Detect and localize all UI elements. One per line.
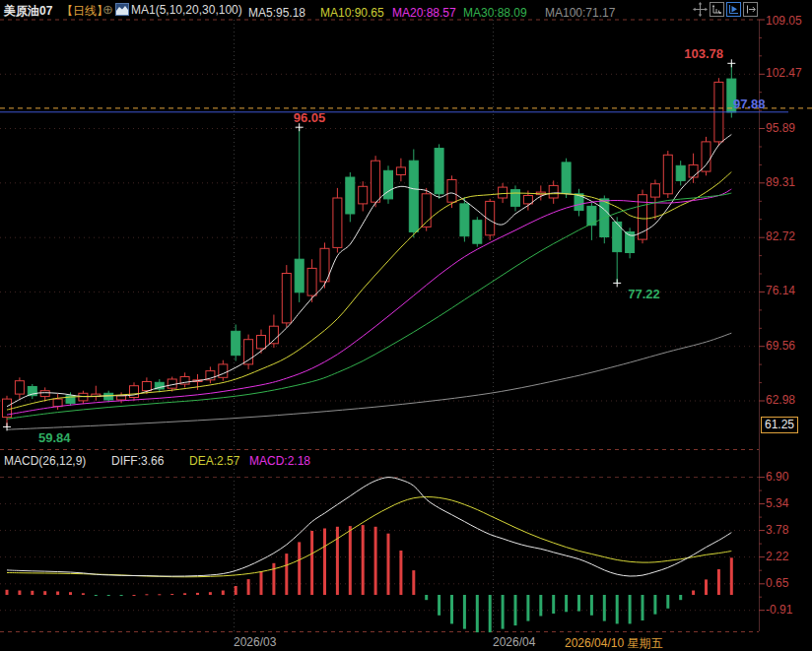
ma-value-label: MA10:90.65 bbox=[320, 6, 384, 20]
move-crosshair-icon[interactable] bbox=[693, 2, 708, 17]
high-price-marker: 103.78 bbox=[684, 46, 723, 61]
pane-toggle-icon[interactable] bbox=[743, 2, 758, 17]
macd-axis-label: 5.34 bbox=[766, 496, 788, 510]
macd-axis-label: 3.78 bbox=[766, 523, 788, 537]
price-alert-box: 61.25 bbox=[761, 417, 798, 433]
price-axis-label: 89.31 bbox=[766, 175, 795, 189]
date-label: 2026/03 bbox=[234, 635, 276, 649]
macd-title[interactable]: MACD(26,12,9) bbox=[4, 454, 86, 468]
axis-scale-icon[interactable] bbox=[710, 2, 724, 17]
play-scale-icon[interactable] bbox=[726, 2, 741, 17]
ma-value-label: MA5:95.18 bbox=[248, 6, 305, 20]
high-price-marker: 96.05 bbox=[294, 110, 326, 125]
macd-value-label: DEA:2.57 bbox=[189, 454, 239, 468]
macd-header: MACD(26,12,9) DIFF:3.66DEA:2.57MACD:2.18 bbox=[0, 454, 759, 471]
low-price-marker: 59.84 bbox=[38, 430, 71, 445]
macd-axis-label: 0.65 bbox=[766, 576, 788, 590]
date-label: 2026/04 bbox=[493, 635, 535, 649]
ma-value-label: MA100:71.17 bbox=[545, 6, 615, 20]
price-axis-label: 95.89 bbox=[766, 121, 795, 135]
macd-axis-label: 6.90 bbox=[766, 470, 788, 484]
ma-value-label: MA20:88.57 bbox=[392, 6, 456, 20]
macd-axis-label: -0.91 bbox=[766, 603, 792, 617]
add-indicator-icon[interactable]: ⊕ bbox=[102, 2, 113, 17]
price-axis-label: 102.47 bbox=[766, 66, 802, 80]
last-price-label: 97.88 bbox=[733, 97, 766, 111]
price-axis-label: 76.14 bbox=[766, 284, 795, 297]
trading-chart-app: 美原油07 【日线】 ⊕ MA1(5,10,20,30,100) MA5:95.… bbox=[0, 0, 812, 651]
ma-value-label: MA30:88.09 bbox=[463, 6, 527, 20]
period-label[interactable]: 【日线】 bbox=[61, 3, 108, 20]
mini-chart-icon[interactable] bbox=[115, 3, 129, 19]
low-price-marker: 77.22 bbox=[628, 287, 660, 301]
chart-canvas[interactable] bbox=[0, 0, 812, 651]
price-axis-label: 69.56 bbox=[766, 339, 795, 353]
ma-settings-label[interactable]: MA1(5,10,20,30,100) bbox=[131, 3, 242, 17]
price-axis-label: 62.98 bbox=[766, 393, 795, 407]
macd-value-label: MACD:2.18 bbox=[249, 454, 310, 468]
symbol-title: 美原油07 bbox=[4, 3, 52, 20]
date-label: 2026/04/10 星期五 bbox=[565, 635, 662, 651]
macd-axis-label: 2.22 bbox=[766, 550, 788, 563]
price-axis-label: 82.72 bbox=[766, 229, 795, 243]
macd-value-label: DIFF:3.66 bbox=[111, 454, 164, 468]
top-bar: 美原油07 【日线】 ⊕ MA1(5,10,20,30,100) MA5:95.… bbox=[0, 0, 812, 20]
